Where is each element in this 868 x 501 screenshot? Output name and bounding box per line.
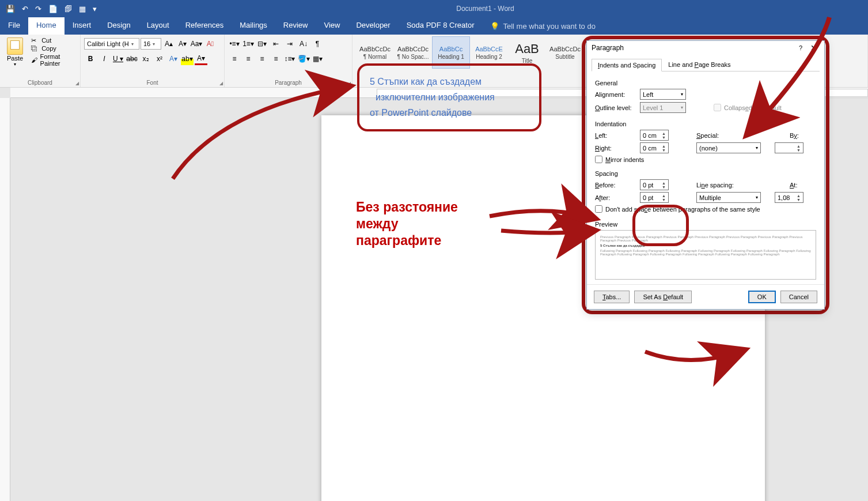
line-spacing-select[interactable]: Multiple▾ <box>696 192 761 203</box>
paragraph-launcher-icon[interactable]: ◢ <box>347 81 351 86</box>
tab-file[interactable]: File <box>0 17 28 35</box>
clipboard-launcher-icon[interactable]: ◢ <box>75 81 79 86</box>
tab-design[interactable]: Design <box>99 17 138 35</box>
indent-right-spin[interactable]: 0 cm▲▼ <box>640 142 669 153</box>
special-value: (none) <box>699 145 718 152</box>
close-icon[interactable]: ✕ <box>808 43 820 52</box>
font-name-combo[interactable]: Calibri Light (H▾ <box>84 38 139 50</box>
font-color-icon[interactable]: A▾ <box>195 52 207 65</box>
highlight-icon[interactable]: ab▾ <box>181 52 194 65</box>
font-launcher-icon[interactable]: ◢ <box>219 81 223 86</box>
strike-icon[interactable]: abc <box>126 52 138 65</box>
paste-icon <box>7 37 23 55</box>
style-preview: AaBbCcE <box>475 46 503 52</box>
tab-indents-spacing[interactable]: Indents and Spacing <box>592 59 662 71</box>
tabs-button[interactable]: Tabs... <box>594 291 630 303</box>
redo-icon[interactable]: ↷ <box>35 5 41 13</box>
collapsed-checkbox[interactable]: Collapsed by default <box>714 104 782 111</box>
increase-indent-icon[interactable]: ⇥ <box>283 37 296 50</box>
tab-home[interactable]: Home <box>28 17 65 35</box>
tab-layout[interactable]: Layout <box>139 17 177 35</box>
clear-format-icon[interactable]: A⃠ <box>204 37 217 50</box>
cancel-button[interactable]: Cancel <box>780 291 817 303</box>
sort-icon[interactable]: A↓ <box>297 37 310 50</box>
shrink-font-icon[interactable]: A▾ <box>176 37 189 50</box>
printpreview-icon[interactable]: 🗐 <box>65 5 72 13</box>
dialog-titlebar[interactable]: Paragraph ? ✕ <box>587 41 824 55</box>
tab-view[interactable]: View <box>316 17 348 35</box>
dialog-title: Paragraph <box>592 44 799 52</box>
indent-left-spin[interactable]: 0 cm▲▼ <box>640 130 669 141</box>
tab-review[interactable]: Review <box>275 17 316 35</box>
alignment-value: Left <box>643 91 653 98</box>
by-spin[interactable]: ▲▼ <box>775 142 803 153</box>
line-spacing-icon[interactable]: ↕≡▾ <box>283 52 296 65</box>
bullets-icon[interactable]: •≡▾ <box>228 37 241 50</box>
text-effects-icon[interactable]: A▾ <box>167 52 180 65</box>
tell-me[interactable]: 💡 Tell me what you want to do <box>482 17 603 35</box>
copy-button[interactable]: ⿻Copy <box>29 44 77 52</box>
help-icon[interactable]: ? <box>799 44 802 51</box>
borders-icon[interactable]: ▦▾ <box>311 52 324 65</box>
qat-more-icon[interactable]: ▾ <box>93 5 97 13</box>
grow-font-icon[interactable]: A▴ <box>162 37 175 50</box>
subscript-icon[interactable]: x₂ <box>139 52 152 65</box>
undo-icon[interactable]: ↶ <box>22 5 28 13</box>
doc-heading-line3: от PowerPoint слайдове <box>370 105 529 120</box>
section-general: General <box>595 80 816 86</box>
tab-insert[interactable]: Insert <box>65 17 100 35</box>
newdoc-icon[interactable]: 📄 <box>48 5 58 13</box>
style-preview: AaB <box>515 42 539 56</box>
title-bar: 💾 ↶ ↷ 📄 🗐 ▦ ▾ Document1 - Word <box>0 0 868 17</box>
doc-heading-line1: 5 Стъпки как да създадем <box>370 74 529 89</box>
dont-add-space-checkbox[interactable]: Don't add space between paragraphs of th… <box>595 205 816 213</box>
table-icon[interactable]: ▦ <box>79 5 86 13</box>
mirror-indents-checkbox[interactable]: Mirror indents <box>595 156 816 163</box>
align-center-icon[interactable]: ≡ <box>242 52 255 65</box>
scissors-icon: ✂ <box>31 37 39 44</box>
tab-line-page-breaks[interactable]: Line and Page Breaks <box>662 58 737 71</box>
cut-button[interactable]: ✂Cut <box>29 36 77 44</box>
save-icon[interactable]: 💾 <box>6 5 15 13</box>
bold-icon[interactable]: B <box>84 52 97 65</box>
align-left-icon[interactable]: ≡ <box>228 52 241 65</box>
before-spin[interactable]: 0 pt▲▼ <box>640 179 669 190</box>
tab-references[interactable]: References <box>177 17 232 35</box>
line-spacing-value: Multiple <box>699 194 721 201</box>
outline-value: Level 1 <box>643 104 663 111</box>
copy-label: Copy <box>41 45 56 52</box>
italic-icon[interactable]: I <box>98 52 111 65</box>
superscript-icon[interactable]: x² <box>153 52 166 65</box>
after-spin[interactable]: 0 pt▲▼ <box>640 192 669 203</box>
change-case-icon[interactable]: Aa▾ <box>190 37 203 50</box>
style-preview: AaBbCcDc <box>549 46 581 52</box>
show-marks-icon[interactable]: ¶ <box>311 37 324 50</box>
font-size-combo[interactable]: 16▾ <box>141 38 161 50</box>
tab-mailings[interactable]: Mailings <box>232 17 275 35</box>
lightbulb-icon: 💡 <box>490 22 499 31</box>
after-value: 0 pt <box>643 194 653 201</box>
at-spin[interactable]: 1,08▲▼ <box>775 192 803 203</box>
ok-button[interactable]: OK <box>748 291 776 303</box>
style-name-label: ¶ Normal <box>363 54 386 60</box>
outline-select: Level 1▾ <box>640 102 686 113</box>
justify-icon[interactable]: ≡ <box>270 52 282 65</box>
line-spacing-label: Line spacing: <box>696 182 748 189</box>
vertical-ruler[interactable] <box>0 98 10 501</box>
shading-icon[interactable]: 🪣▾ <box>297 52 310 65</box>
alignment-select[interactable]: Left▾ <box>640 89 686 100</box>
tab-sodapdf[interactable]: Soda PDF 8 Creator <box>399 17 483 35</box>
quick-access-toolbar: 💾 ↶ ↷ 📄 🗐 ▦ ▾ <box>0 5 103 13</box>
format-painter-button[interactable]: 🖌Format Painter <box>29 52 77 67</box>
alignment-label: Alignment: <box>595 91 636 98</box>
numbering-icon[interactable]: 1≡▾ <box>242 37 255 50</box>
set-default-button[interactable]: Set As Default <box>634 291 692 303</box>
multilevel-icon[interactable]: ⊟▾ <box>256 37 268 50</box>
align-right-icon[interactable]: ≡ <box>256 52 268 65</box>
underline-icon[interactable]: U ▾ <box>112 52 124 65</box>
special-select[interactable]: (none)▾ <box>696 142 761 153</box>
group-paragraph: •≡▾ 1≡▾ ⊟▾ ⇤ ⇥ A↓ ¶ ≡ ≡ ≡ ≡ ↕≡▾ 🪣▾ ▦▾ Pa… <box>225 35 352 87</box>
style-subtitle[interactable]: AaBbCcDcSubtitle <box>546 36 584 69</box>
decrease-indent-icon[interactable]: ⇤ <box>270 37 282 50</box>
tab-developer[interactable]: Developer <box>348 17 398 35</box>
